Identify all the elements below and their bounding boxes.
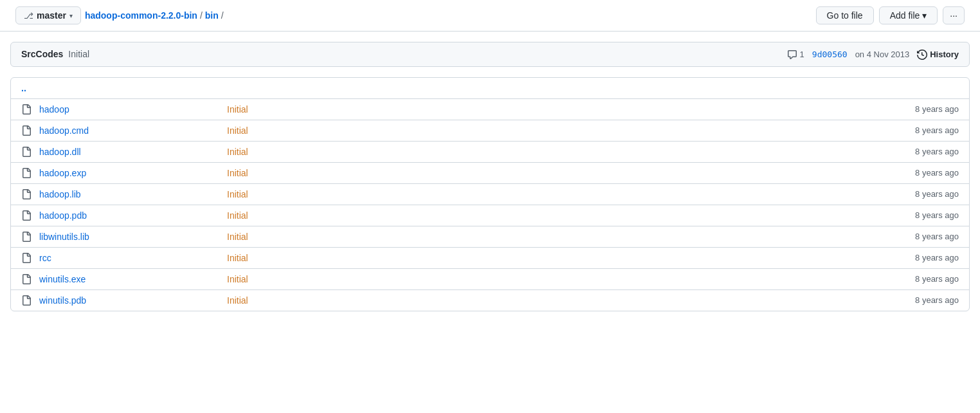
commit-message-cell: Initial [227,189,874,199]
commit-message-cell: Initial [227,147,874,157]
commit-message-link[interactable]: Initial [227,295,248,306]
table-row: hadoop.pdb Initial 8 years ago [11,205,969,226]
commit-message-cell: Initial [227,210,874,221]
file-icon [21,210,32,221]
commit-message-link[interactable]: Initial [227,189,248,199]
commit-message-cell: Initial [227,168,874,178]
branch-selector[interactable]: ⎇ master ▾ [15,6,81,24]
file-table: .. hadoop Initial 8 years ago hadoop.cmd… [10,77,970,311]
file-time: 8 years ago [882,189,959,199]
file-time: 8 years ago [882,274,959,284]
commit-message-cell: Initial [227,104,874,115]
more-options-button[interactable]: ··· [943,6,965,24]
commit-message-link[interactable]: Initial [227,168,248,178]
table-row: winutils.pdb Initial 8 years ago [11,290,969,311]
commit-info-bar: SrcCodes Initial 1 9d00560 on 4 Nov 2013… [10,42,970,67]
file-icon [21,189,32,199]
add-file-button[interactable]: Add file ▾ [879,6,938,24]
commit-message-link[interactable]: Initial [227,104,248,115]
file-time: 8 years ago [882,125,959,135]
file-icon [21,274,32,284]
history-label: History [930,50,959,59]
file-name[interactable]: hadoop.lib [39,189,219,199]
table-row: rcc Initial 8 years ago [11,248,969,269]
file-icon [21,232,32,242]
file-time: 8 years ago [882,295,959,305]
file-name[interactable]: rcc [39,253,219,263]
commit-message-link[interactable]: Initial [227,210,248,221]
commit-message-link[interactable]: Initial [227,232,248,242]
file-name[interactable]: libwinutils.lib [39,232,219,242]
commit-message-cell: Initial [227,274,874,284]
file-name[interactable]: hadoop.cmd [39,125,219,136]
comment-count-value: 1 [800,50,804,59]
table-row: hadoop.exp Initial 8 years ago [11,163,969,184]
file-name[interactable]: hadoop.exp [39,168,219,178]
commit-message-link[interactable]: Initial [227,125,248,136]
file-time: 8 years ago [882,253,959,262]
breadcrumb-repo[interactable]: hadoop-common-2.2.0-bin [85,10,197,21]
go-to-file-button[interactable]: Go to file [816,6,874,24]
commit-message-cell: Initial [227,232,874,242]
commit-message-cell: Initial [227,125,874,136]
file-icon [21,295,32,306]
file-icon [21,147,32,157]
file-icon [21,253,32,263]
commit-message-cell: Initial [227,253,874,263]
file-name[interactable]: winutils.pdb [39,295,219,306]
table-row: hadoop.dll Initial 8 years ago [11,142,969,163]
history-link[interactable]: History [917,49,959,60]
commit-message-link[interactable]: Initial [227,147,248,157]
comment-count: 1 [787,49,804,60]
file-time: 8 years ago [882,210,959,220]
file-name[interactable]: winutils.exe [39,274,219,284]
comment-icon [787,49,797,60]
top-bar-left: ⎇ master ▾ hadoop-common-2.2.0-bin / bin… [15,6,224,24]
file-name[interactable]: hadoop [39,104,219,115]
commit-date: on 4 Nov 2013 [855,50,910,59]
file-time: 8 years ago [882,104,959,114]
breadcrumb-sep1: / [200,10,203,21]
commit-bar-left: SrcCodes Initial [21,49,89,59]
history-icon [917,49,927,60]
breadcrumb: hadoop-common-2.2.0-bin / bin / [85,10,224,21]
branch-name: master [37,10,66,21]
chevron-down-icon: ▾ [922,10,927,21]
file-name[interactable]: hadoop.pdb [39,210,219,221]
table-row: hadoop.cmd Initial 8 years ago [11,120,969,142]
file-time: 8 years ago [882,147,959,156]
commit-message-link[interactable]: Initial [227,274,248,284]
commit-bar-right: 1 9d00560 on 4 Nov 2013 History [787,49,959,60]
table-row: hadoop Initial 8 years ago [11,99,969,120]
file-icon [21,104,32,115]
table-row: hadoop.lib Initial 8 years ago [11,184,969,205]
chevron-down-icon: ▾ [69,12,73,19]
commit-hash[interactable]: 9d00560 [812,50,848,59]
file-time: 8 years ago [882,232,959,241]
top-bar: ⎇ master ▾ hadoop-common-2.2.0-bin / bin… [0,0,980,32]
file-icon [21,125,32,136]
commit-author[interactable]: SrcCodes [21,49,63,59]
branch-icon: ⎇ [24,11,33,21]
commit-message: Initial [68,49,89,59]
breadcrumb-sep2: / [221,10,224,21]
commit-message-link[interactable]: Initial [227,253,248,263]
breadcrumb-folder[interactable]: bin [205,10,219,21]
table-row: libwinutils.lib Initial 8 years ago [11,226,969,248]
parent-directory-row: .. [11,78,969,99]
top-bar-right: Go to file Add file ▾ ··· [816,6,965,24]
file-time: 8 years ago [882,168,959,178]
table-row: winutils.exe Initial 8 years ago [11,269,969,290]
file-name[interactable]: hadoop.dll [39,147,219,157]
file-icon [21,168,32,178]
commit-message-cell: Initial [227,295,874,306]
parent-directory-link[interactable]: .. [21,83,26,93]
